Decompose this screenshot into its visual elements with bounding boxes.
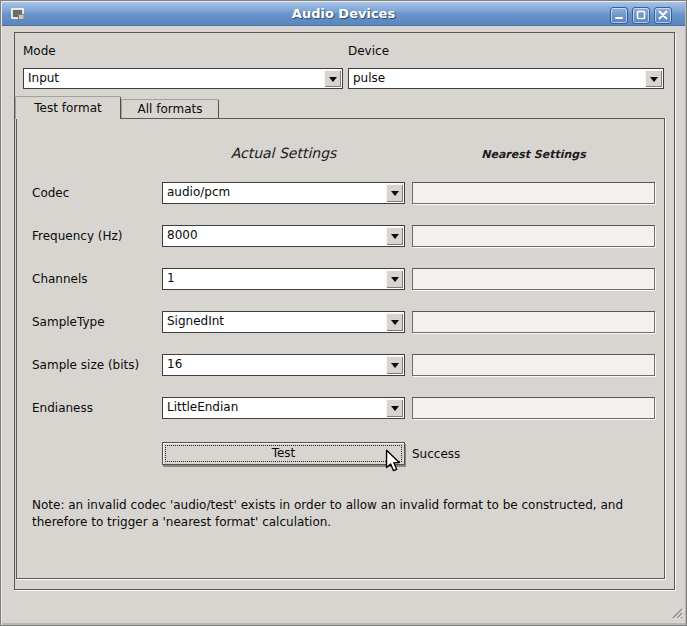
- codec-value: audio/pcm: [167, 183, 384, 202]
- sampletype-row: SampleType SignedInt: [17, 311, 664, 333]
- sampletype-nearest-field: [412, 311, 655, 333]
- endianess-select[interactable]: LittleEndian: [162, 397, 405, 419]
- window-title: Audio Devices: [2, 6, 685, 21]
- endianess-row: Endianess LittleEndian: [17, 397, 664, 419]
- codec-select[interactable]: audio/pcm: [162, 182, 405, 204]
- test-status: Success: [412, 443, 460, 465]
- samplesize-dropdown-button[interactable]: [386, 356, 403, 374]
- test-button[interactable]: Test: [162, 442, 405, 465]
- endianess-label: Endianess: [32, 397, 93, 419]
- frequency-select[interactable]: 8000: [162, 225, 405, 247]
- sampletype-dropdown-button[interactable]: [386, 313, 403, 331]
- mode-select[interactable]: Input: [23, 68, 343, 89]
- samplesize-select[interactable]: 16: [162, 354, 405, 376]
- minimize-icon: [614, 9, 624, 23]
- channels-dropdown-button[interactable]: [386, 270, 403, 288]
- chevron-down-icon: [391, 363, 399, 372]
- mode-value: Input: [28, 69, 322, 88]
- chevron-down-icon: [391, 191, 399, 200]
- chevron-down-icon: [391, 234, 399, 243]
- mode-dropdown-button[interactable]: [324, 70, 341, 87]
- close-icon: [658, 9, 668, 23]
- samplesize-value: 16: [167, 355, 384, 374]
- samplesize-label: Sample size (bits): [32, 354, 139, 376]
- device-label: Device: [348, 44, 389, 58]
- chevron-down-icon: [650, 77, 658, 86]
- mode-label: Mode: [23, 44, 56, 58]
- channels-row: Channels 1: [17, 268, 664, 290]
- tab-all-formats[interactable]: All formats: [121, 99, 219, 118]
- device-select[interactable]: pulse: [348, 68, 664, 89]
- endianess-nearest-field: [412, 397, 655, 419]
- sampletype-label: SampleType: [32, 311, 105, 333]
- audio-devices-window: Audio Devices Mode Device Input pulse: [0, 0, 687, 626]
- test-format-panel: Actual Settings Nearest Settings Codec a…: [16, 118, 665, 579]
- device-value: pulse: [353, 69, 643, 88]
- actual-settings-header: Actual Settings: [162, 145, 405, 161]
- channels-select[interactable]: 1: [162, 268, 405, 290]
- note-text: Note: an invalid codec 'audio/test' exis…: [32, 497, 666, 531]
- frequency-dropdown-button[interactable]: [386, 227, 403, 245]
- frequency-value: 8000: [167, 226, 384, 245]
- test-button-label: Test: [163, 443, 404, 464]
- codec-label: Codec: [32, 182, 69, 204]
- channels-value: 1: [167, 269, 384, 288]
- maximize-button[interactable]: [632, 7, 650, 24]
- device-dropdown-button[interactable]: [645, 70, 662, 87]
- samplesize-nearest-field: [412, 354, 655, 376]
- codec-nearest-field: [412, 182, 655, 204]
- minimize-button[interactable]: [610, 7, 628, 24]
- chevron-down-icon: [329, 77, 337, 86]
- codec-dropdown-button[interactable]: [386, 184, 403, 202]
- tab-test-format[interactable]: Test format: [15, 96, 121, 119]
- endianess-dropdown-button[interactable]: [386, 399, 403, 417]
- channels-nearest-field: [412, 268, 655, 290]
- chevron-down-icon: [391, 277, 399, 286]
- samplesize-row: Sample size (bits) 16: [17, 354, 664, 376]
- maximize-icon: [636, 9, 646, 23]
- mouse-cursor-icon: [385, 449, 404, 477]
- sampletype-value: SignedInt: [167, 312, 384, 331]
- frequency-label: Frequency (Hz): [32, 225, 123, 247]
- resize-grip[interactable]: [670, 606, 683, 622]
- codec-row: Codec audio/pcm: [17, 182, 664, 204]
- titlebar[interactable]: Audio Devices: [2, 2, 685, 26]
- nearest-settings-header: Nearest Settings: [412, 148, 655, 161]
- sampletype-select[interactable]: SignedInt: [162, 311, 405, 333]
- chevron-down-icon: [391, 320, 399, 329]
- endianess-value: LittleEndian: [167, 398, 384, 417]
- chevron-down-icon: [391, 406, 399, 415]
- channels-label: Channels: [32, 268, 88, 290]
- frequency-row: Frequency (Hz) 8000: [17, 225, 664, 247]
- frequency-nearest-field: [412, 225, 655, 247]
- close-button[interactable]: [654, 7, 672, 24]
